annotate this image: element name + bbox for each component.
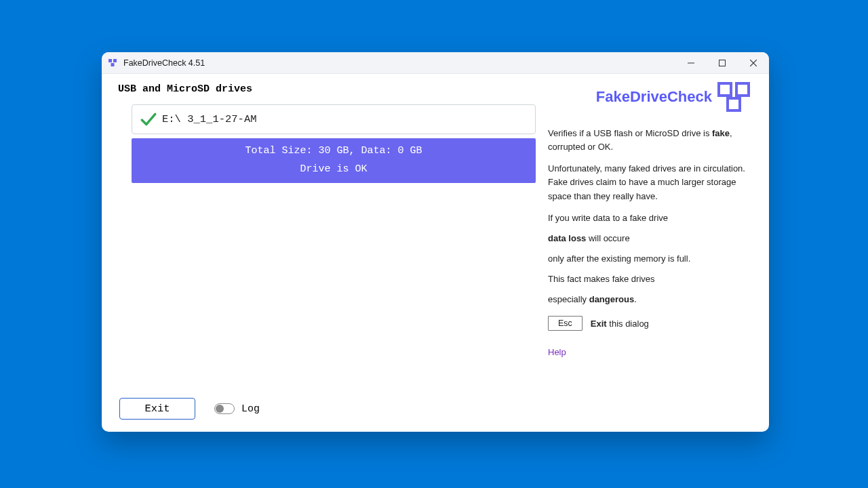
svg-rect-2 [111,63,115,66]
svg-rect-7 [738,85,747,94]
check-ok-icon [139,110,158,128]
drive-status-size: Total Size: 30 GB, Data: 0 GB [137,145,530,157]
log-toggle-label: Log [241,403,260,415]
app-icon [107,58,118,68]
esc-text: Exit this dialog [591,319,649,329]
titlebar: FakeDriveCheck 4.51 [102,52,769,74]
info-p1-pre: Verifies if a USB flash or MicroSD drive… [548,128,712,138]
bottom-toolbar: Exit Log [118,398,536,420]
info-p3-l3: only after the existing memory is full. [548,252,753,266]
info-p3-l5-bold: dangerous [589,294,634,304]
close-button[interactable] [738,52,769,74]
exit-button[interactable]: Exit [119,398,195,420]
esc-keycap: Esc [548,316,583,331]
svg-rect-9 [729,100,738,109]
drive-label: E:\ 3_1_1-27-AM [162,113,257,125]
drive-status-banner: Total Size: 30 GB, Data: 0 GB Drive is O… [132,138,536,183]
svg-rect-0 [108,59,112,62]
svg-rect-1 [113,59,117,62]
section-title: USB and MicroSD drives [118,83,536,95]
esc-hint: Esc Exit this dialog [548,316,753,331]
help-link[interactable]: Help [548,347,566,357]
brand-text: FakeDriveCheck [596,88,712,106]
info-p3-l5-pre: especially [548,294,589,304]
maximize-button[interactable] [707,52,738,74]
info-p1-bold: fake [712,128,730,138]
window-title: FakeDriveCheck 4.51 [123,58,205,68]
drive-row[interactable]: E:\ 3_1_1-27-AM [132,104,536,134]
info-text: Verifies if a USB flash or MicroSD drive… [548,127,753,357]
app-window: FakeDriveCheck 4.51 USB and MicroSD driv… [102,52,769,432]
info-p3-l2-post: will occure [586,233,629,243]
window-body: USB and MicroSD drives E:\ 3_1_1-27-AM T… [102,74,769,432]
info-p3-l4: This fact makes fake drives [548,272,753,286]
log-toggle-wrap: Log [214,403,260,415]
info-panel: FakeDriveCheck Verifies if a USB fl [548,82,753,420]
info-p3-l5-post: . [634,294,637,304]
brand: FakeDriveCheck [548,79,753,115]
toggle-knob [216,405,224,413]
drive-status-ok: Drive is OK [137,163,530,175]
svg-rect-3 [719,60,726,66]
brand-logo-icon [715,79,753,115]
log-toggle[interactable] [214,403,235,414]
info-p2: Unfortunately, many faked drives are in … [548,162,753,203]
minimize-button[interactable] [675,52,707,74]
info-p3-bold: data loss [548,233,586,243]
drives-panel: USB and MicroSD drives E:\ 3_1_1-27-AM T… [118,82,536,420]
svg-rect-6 [720,85,730,94]
info-p3-l1: If you write data to a fake drive [548,211,753,225]
